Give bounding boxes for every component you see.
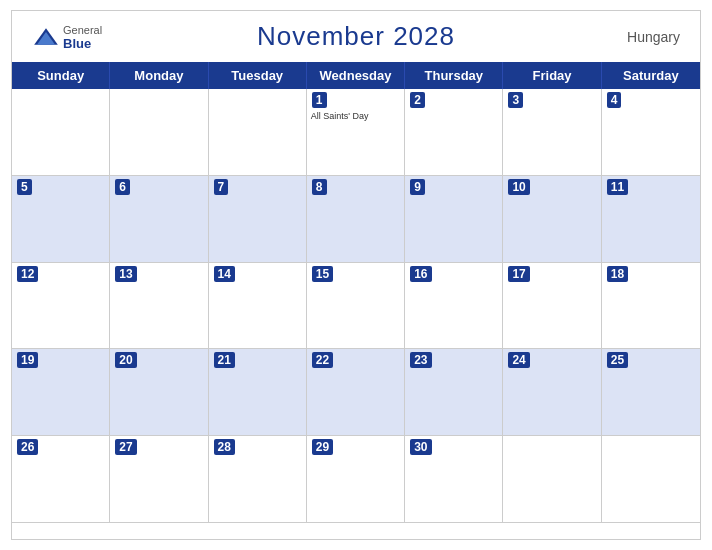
- logo-text: General Blue: [63, 23, 102, 50]
- calendar-cell-w5-d2: 27: [110, 436, 208, 523]
- day-number: 2: [410, 92, 425, 108]
- country-label: Hungary: [627, 29, 680, 45]
- day-number: 4: [607, 92, 622, 108]
- calendar-cell-w4-d6: 24: [503, 349, 601, 436]
- logo-general: General: [63, 23, 102, 35]
- calendar-cell-w5-d3: 28: [209, 436, 307, 523]
- day-number: 9: [410, 179, 425, 195]
- calendar-cell-w3-d4: 15: [307, 263, 405, 350]
- calendar-cell-w5-d5: 30: [405, 436, 503, 523]
- calendar-cell-w2-d3: 7: [209, 176, 307, 263]
- day-number: 29: [312, 439, 333, 455]
- calendar-cell-w2-d4: 8: [307, 176, 405, 263]
- header-wednesday: Wednesday: [307, 62, 405, 89]
- calendar-cell-w1-d3: [209, 89, 307, 176]
- calendar-week-3: 12131415161718: [12, 263, 700, 350]
- header-sunday: Sunday: [12, 62, 110, 89]
- calendar-cell-w1-d2: [110, 89, 208, 176]
- calendar-week-5: 2627282930: [12, 436, 700, 523]
- day-number: 27: [115, 439, 136, 455]
- calendar-cell-w2-d7: 11: [602, 176, 700, 263]
- calendar-cell-w5-d7: [602, 436, 700, 523]
- day-number: 12: [17, 266, 38, 282]
- calendar-cell-w4-d5: 23: [405, 349, 503, 436]
- header-saturday: Saturday: [602, 62, 700, 89]
- calendar-cell-w2-d1: 5: [12, 176, 110, 263]
- generalblue-logo-icon: [32, 27, 60, 47]
- calendar-week-4: 19202122232425: [12, 349, 700, 436]
- calendar-cell-w3-d1: 12: [12, 263, 110, 350]
- day-number: 16: [410, 266, 431, 282]
- day-number: 24: [508, 352, 529, 368]
- calendar-week-1: 1All Saints' Day234: [12, 89, 700, 176]
- header-tuesday: Tuesday: [209, 62, 307, 89]
- logo-blue: Blue: [63, 35, 102, 50]
- day-number: 10: [508, 179, 529, 195]
- calendar-cell-w5-d4: 29: [307, 436, 405, 523]
- calendar-cell-w4-d4: 22: [307, 349, 405, 436]
- header-friday: Friday: [503, 62, 601, 89]
- calendar-cell-w4-d1: 19: [12, 349, 110, 436]
- header-monday: Monday: [110, 62, 208, 89]
- calendar-cell-w1-d1: [12, 89, 110, 176]
- day-number: 25: [607, 352, 628, 368]
- calendar: General Blue November 2028 Hungary Sunda…: [11, 10, 701, 540]
- logo-wrapper: General Blue: [32, 23, 102, 50]
- day-number: 17: [508, 266, 529, 282]
- day-number: 5: [17, 179, 32, 195]
- day-number: 22: [312, 352, 333, 368]
- day-number: 19: [17, 352, 38, 368]
- day-number: 26: [17, 439, 38, 455]
- day-number: 18: [607, 266, 628, 282]
- day-number: 21: [214, 352, 235, 368]
- logo-area: General Blue: [32, 23, 102, 50]
- calendar-cell-w3-d6: 17: [503, 263, 601, 350]
- calendar-cell-w5-d6: [503, 436, 601, 523]
- day-number: 3: [508, 92, 523, 108]
- day-number: 30: [410, 439, 431, 455]
- day-headers: Sunday Monday Tuesday Wednesday Thursday…: [12, 62, 700, 89]
- day-number: 20: [115, 352, 136, 368]
- calendar-cell-w4-d2: 20: [110, 349, 208, 436]
- day-number: 1: [312, 92, 327, 108]
- calendar-cell-w1-d7: 4: [602, 89, 700, 176]
- calendar-cell-w3-d5: 16: [405, 263, 503, 350]
- calendar-cell-w3-d7: 18: [602, 263, 700, 350]
- calendar-cell-w2-d2: 6: [110, 176, 208, 263]
- day-number: 8: [312, 179, 327, 195]
- calendar-body: 1All Saints' Day234567891011121314151617…: [12, 89, 700, 523]
- calendar-header: General Blue November 2028 Hungary: [12, 11, 700, 62]
- day-number: 6: [115, 179, 130, 195]
- calendar-week-2: 567891011: [12, 176, 700, 263]
- calendar-cell-w1-d4: 1All Saints' Day: [307, 89, 405, 176]
- calendar-cell-w3-d3: 14: [209, 263, 307, 350]
- day-number: 7: [214, 179, 229, 195]
- day-number: 14: [214, 266, 235, 282]
- calendar-cell-w1-d6: 3: [503, 89, 601, 176]
- calendar-cell-w4-d7: 25: [602, 349, 700, 436]
- day-number: 15: [312, 266, 333, 282]
- calendar-cell-w1-d5: 2: [405, 89, 503, 176]
- calendar-cell-w5-d1: 26: [12, 436, 110, 523]
- day-number: 23: [410, 352, 431, 368]
- day-number: 11: [607, 179, 628, 195]
- day-number: 28: [214, 439, 235, 455]
- calendar-cell-w4-d3: 21: [209, 349, 307, 436]
- month-title: November 2028: [257, 21, 455, 52]
- calendar-cell-w3-d2: 13: [110, 263, 208, 350]
- calendar-cell-w2-d6: 10: [503, 176, 601, 263]
- cell-event: All Saints' Day: [311, 111, 404, 121]
- header-thursday: Thursday: [405, 62, 503, 89]
- calendar-cell-w2-d5: 9: [405, 176, 503, 263]
- day-number: 13: [115, 266, 136, 282]
